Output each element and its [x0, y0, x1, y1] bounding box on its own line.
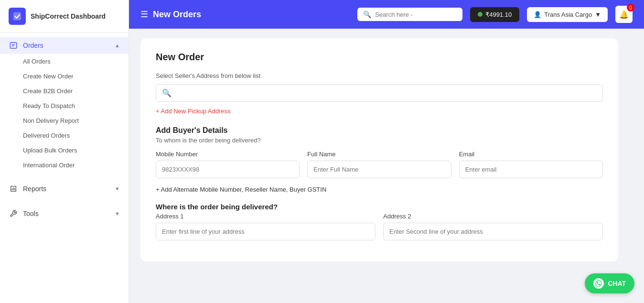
user-menu-button[interactable]: 👤 Trans Asia Cargo ▼ — [527, 7, 608, 22]
mobile-label: Mobile Number — [156, 151, 300, 158]
orders-menu[interactable]: Orders ▲ — [0, 37, 129, 54]
sidebar: ShipCorrect Dashboard Orders ▲ All Order… — [0, 0, 129, 303]
address2-label: Address 2 — [383, 213, 603, 220]
wallet-amount: ₹4991.10 — [485, 11, 512, 18]
logo-title: ShipCorrect Dashboard — [31, 12, 106, 20]
orders-chevron: ▲ — [115, 43, 120, 48]
address2-input[interactable] — [383, 223, 603, 240]
seller-address-input[interactable] — [175, 89, 597, 97]
address1-group: Address 1 — [156, 213, 376, 240]
orders-label: Orders — [23, 42, 43, 49]
bell-icon: 🔔 — [619, 10, 629, 19]
buyer-section-sub: To whom is the order being delivered? — [156, 137, 603, 144]
fullname-input[interactable] — [307, 161, 451, 178]
seller-address-search: 🔍 — [156, 84, 603, 102]
svg-rect-0 — [13, 12, 21, 21]
buyer-info-row: Mobile Number Full Name Email — [156, 151, 603, 178]
reports-menu[interactable]: Reports ▼ — [0, 180, 129, 197]
sidebar-item-non-delivery-report[interactable]: Non Delivery Report — [0, 113, 129, 128]
sidebar-item-international-order[interactable]: International Order — [0, 158, 129, 173]
user-chevron-icon: ▼ — [595, 11, 601, 18]
header: ☰ New Orders 🔍 ₹4991.10 👤 Trans Asia Car… — [129, 0, 644, 29]
logo-icon — [9, 8, 26, 25]
page-title: New Orders — [153, 10, 201, 20]
address-row: Address 1 Address 2 — [156, 213, 603, 240]
sidebar-item-delivered-orders[interactable]: Delivered Orders — [0, 128, 129, 143]
address-search-icon: 🔍 — [162, 88, 172, 97]
user-icon: 👤 — [534, 11, 541, 18]
tools-menu[interactable]: Tools ▼ — [0, 205, 129, 222]
email-input[interactable] — [459, 161, 603, 178]
email-label: Email — [459, 151, 603, 158]
orders-icon — [9, 42, 18, 49]
reports-chevron: ▼ — [115, 186, 120, 192]
add-pickup-address-link[interactable]: + Add New Pickup Address — [156, 108, 230, 115]
tools-label: Tools — [23, 210, 39, 217]
header-title-wrap: ☰ New Orders — [140, 9, 201, 20]
sidebar-item-all-orders[interactable]: All Orders — [0, 54, 129, 69]
content-area: New Order Select Seller's Address from b… — [129, 29, 644, 303]
mobile-group: Mobile Number — [156, 151, 300, 178]
search-bar: 🔍 — [357, 8, 462, 21]
sidebar-logo: ShipCorrect Dashboard — [0, 0, 129, 33]
sidebar-item-create-new-order[interactable]: Create New Order — [0, 69, 129, 84]
notification-button[interactable]: 🔔 0 — [615, 6, 633, 23]
reports-icon — [9, 185, 18, 193]
svg-rect-1 — [10, 43, 16, 48]
user-name: Trans Asia Cargo — [544, 11, 592, 18]
address1-input[interactable] — [156, 223, 376, 240]
wallet-status-dot — [478, 12, 483, 17]
notification-badge: 0 — [627, 4, 634, 11]
tools-icon — [9, 210, 18, 217]
whatsapp-icon — [593, 278, 604, 289]
wallet-button[interactable]: ₹4991.10 — [470, 7, 519, 22]
delivery-section-title: Where is the order being delivered? — [156, 203, 603, 211]
card-title: New Order — [156, 52, 603, 63]
fullname-group: Full Name — [307, 151, 451, 178]
fullname-label: Full Name — [307, 151, 451, 158]
expand-buyer-details-link[interactable]: + Add Alternate Mobile Number, Reseller … — [156, 186, 603, 193]
email-group: Email — [459, 151, 603, 178]
address1-label: Address 1 — [156, 213, 376, 220]
sidebar-item-ready-to-dispatch[interactable]: Ready To Dispatch — [0, 98, 129, 113]
reports-section: Reports ▼ — [0, 176, 129, 201]
sidebar-item-upload-bulk-orders[interactable]: Upload Bulk Orders — [0, 143, 129, 158]
new-order-card: New Order Select Seller's Address from b… — [140, 38, 618, 261]
tools-chevron: ▼ — [115, 211, 120, 216]
chat-button[interactable]: CHAT — [585, 273, 634, 293]
reports-label: Reports — [23, 185, 46, 193]
mobile-input[interactable] — [156, 161, 300, 178]
main-area: ☰ New Orders 🔍 ₹4991.10 👤 Trans Asia Car… — [129, 0, 644, 303]
hamburger-icon[interactable]: ☰ — [140, 9, 148, 20]
address2-group: Address 2 — [383, 213, 603, 240]
search-icon: 🔍 — [363, 11, 371, 18]
buyer-section-title: Add Buyer's Details — [156, 126, 603, 135]
tools-section: Tools ▼ — [0, 201, 129, 226]
chat-label: CHAT — [608, 280, 626, 287]
seller-address-label: Select Seller's Address from below list — [156, 72, 603, 79]
orders-section: Orders ▲ All Orders Create New Order Cre… — [0, 33, 129, 176]
sidebar-item-create-b2b-order[interactable]: Create B2B Order — [0, 84, 129, 98]
search-input[interactable] — [375, 11, 457, 18]
